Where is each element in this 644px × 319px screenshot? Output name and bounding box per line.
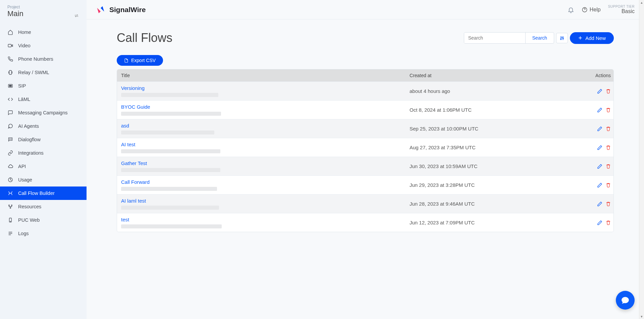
table-row: Gather TestJun 30, 2023 at 10:59AM UTC (117, 157, 613, 175)
sidebar-item-integrations[interactable]: Integrations (0, 146, 87, 160)
resources-icon (7, 204, 13, 209)
sidebar-item-video[interactable]: Video (0, 39, 87, 52)
flow-title-link[interactable]: Call Forward (121, 179, 410, 185)
flow-title-link[interactable]: test (121, 217, 410, 222)
flow-icon (7, 191, 13, 196)
search-input[interactable] (464, 33, 525, 43)
table-row: Versioningabout 4 hours ago (117, 82, 613, 100)
edit-icon[interactable] (597, 107, 602, 113)
filter-button[interactable] (556, 33, 568, 43)
th-actions: Actions (584, 73, 611, 78)
relay-icon (7, 70, 13, 75)
sip-icon (7, 83, 13, 89)
bell-icon[interactable] (568, 6, 574, 13)
sidebar-item-label: Logs (18, 231, 29, 236)
svg-point-10 (10, 221, 10, 221)
scrollbar[interactable]: ▲ ▼ (639, 0, 644, 319)
ai-icon (7, 123, 13, 129)
sidebar-item-ai-agents[interactable]: AI Agents (0, 119, 87, 133)
edit-icon[interactable] (597, 126, 602, 131)
svg-point-6 (9, 205, 10, 206)
sidebar-item-logs[interactable]: Logs (0, 227, 87, 240)
edit-icon[interactable] (597, 89, 602, 94)
sidebar-item-label: Messaging Campaigns (18, 110, 68, 115)
svg-point-8 (10, 208, 11, 209)
svg-point-4 (11, 139, 11, 139)
brand[interactable]: SignalWire (96, 5, 146, 14)
table-row: asdSep 25, 2023 at 10:00PM UTC (117, 119, 613, 138)
add-new-button[interactable]: Add New (570, 32, 614, 44)
flow-title-link[interactable]: asd (121, 123, 410, 128)
project-switcher[interactable]: Project Main (0, 0, 87, 21)
created-at: Jun 28, 2023 at 9:46AM UTC (410, 201, 584, 207)
created-at: Jun 12, 2023 at 7:09PM UTC (410, 220, 584, 225)
sidebar-item-label: Video (18, 43, 31, 48)
plus-icon (578, 36, 583, 40)
logs-icon (7, 231, 13, 236)
created-at: Jun 30, 2023 at 10:59AM UTC (410, 163, 584, 169)
edit-icon[interactable] (597, 182, 602, 188)
redacted-id (121, 206, 219, 210)
search-button[interactable]: Search (525, 33, 554, 43)
flow-title-link[interactable]: Versioning (121, 85, 410, 91)
laml-icon (7, 97, 13, 102)
delete-icon[interactable] (606, 89, 611, 94)
sidebar-item-relay-swml[interactable]: Relay / SWML (0, 66, 87, 79)
delete-icon[interactable] (606, 107, 611, 113)
delete-icon[interactable] (606, 220, 611, 225)
sidebar-item-dialogflow[interactable]: Dialogflow (0, 133, 87, 146)
message-icon (7, 110, 13, 115)
sidebar-item-call-flow-builder[interactable]: Call Flow Builder (0, 187, 87, 200)
sidebar-item-resources[interactable]: Resources (0, 200, 87, 213)
switch-icon[interactable] (74, 13, 79, 18)
topbar: SignalWire Help SUPPORT TIER Basic (87, 0, 644, 19)
chat-fab[interactable] (616, 291, 635, 310)
svg-point-3 (9, 139, 10, 139)
nav: HomeVideoPhone NumbersRelay / SWMLSIPLāM… (0, 25, 87, 319)
edit-icon[interactable] (597, 145, 602, 150)
sidebar-item-label: AI Agents (18, 123, 39, 129)
search-box: Search (464, 32, 554, 44)
edit-icon[interactable] (597, 164, 602, 169)
flow-title-link[interactable]: BYOC Guide (121, 104, 410, 110)
support-tier[interactable]: SUPPORT TIER Basic (608, 5, 635, 14)
flow-title-link[interactable]: AI laml test (121, 198, 410, 204)
sidebar-item-messaging-campaigns[interactable]: Messaging Campaigns (0, 106, 87, 119)
brand-name: SignalWire (109, 6, 146, 14)
table-row: Call ForwardJun 29, 2023 at 3:28PM UTC (117, 175, 613, 194)
redacted-id (121, 168, 220, 172)
svg-point-7 (11, 205, 12, 206)
delete-icon[interactable] (606, 182, 611, 188)
help-label: Help (590, 7, 601, 13)
sliders-icon (559, 36, 565, 41)
sidebar-item-label: Home (18, 30, 31, 35)
delete-icon[interactable] (606, 126, 611, 131)
sidebar-item-sip[interactable]: SIP (0, 79, 87, 93)
edit-icon[interactable] (597, 201, 602, 207)
delete-icon[interactable] (606, 164, 611, 169)
flow-title-link[interactable]: AI test (121, 142, 410, 147)
scroll-up-icon[interactable]: ▲ (639, 0, 644, 5)
svg-point-13 (561, 37, 562, 38)
sidebar-item-home[interactable]: Home (0, 25, 87, 39)
scroll-down-icon[interactable]: ▼ (639, 314, 644, 319)
redacted-id (121, 130, 214, 135)
help-link[interactable]: Help (582, 7, 601, 13)
sidebar-item-usage[interactable]: Usage (0, 173, 87, 187)
edit-icon[interactable] (597, 220, 602, 225)
export-csv-button[interactable]: Export CSV (117, 55, 163, 66)
redacted-id (121, 187, 217, 191)
delete-icon[interactable] (606, 201, 611, 207)
flow-title-link[interactable]: Gather Test (121, 160, 410, 166)
table-row: AI testAug 27, 2023 at 7:35PM UTC (117, 138, 613, 157)
delete-icon[interactable] (606, 145, 611, 150)
sidebar-item-puc-web[interactable]: PUC Web (0, 213, 87, 227)
sidebar-item-l-ml[interactable]: LāML (0, 93, 87, 106)
sidebar-item-api[interactable]: API (0, 160, 87, 173)
cloud-icon (7, 164, 13, 169)
table-row: AI laml testJun 28, 2023 at 9:46AM UTC (117, 194, 613, 213)
table-row: BYOC GuideOct 8, 2024 at 1:06PM UTC (117, 100, 613, 119)
sidebar-item-phone-numbers[interactable]: Phone Numbers (0, 52, 87, 66)
redacted-id (121, 112, 221, 116)
svg-rect-0 (8, 44, 11, 47)
